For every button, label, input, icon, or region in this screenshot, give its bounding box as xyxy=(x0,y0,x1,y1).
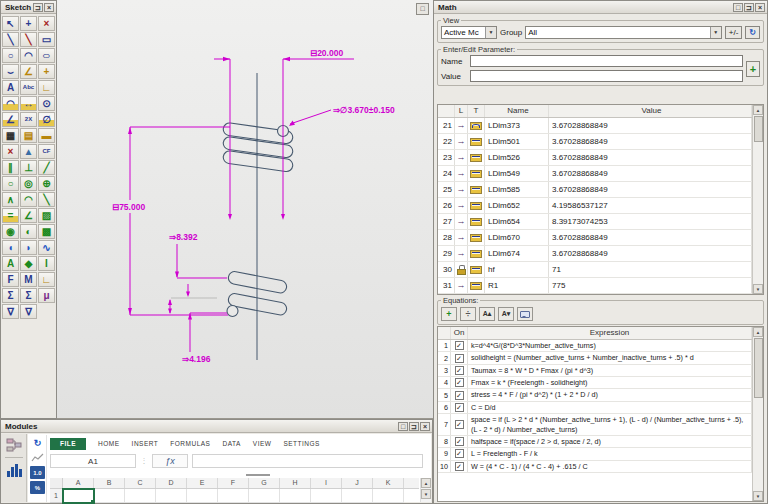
scroll-down-icon[interactable]: ▼ xyxy=(421,489,431,499)
column-header-h[interactable]: H xyxy=(280,478,311,488)
formula-bar-input[interactable] xyxy=(192,454,423,468)
add-equation-button[interactable]: + xyxy=(441,307,457,321)
tool-rectangle[interactable]: ▭ xyxy=(38,32,55,47)
equation-row[interactable]: 8✓halfspace = if(space / 2 > d, space / … xyxy=(438,436,752,448)
free-length-dimension-label[interactable]: ⊟75.000 xyxy=(112,202,145,212)
checkbox-checked-icon[interactable]: ✓ xyxy=(455,462,464,471)
sketch-titlebar[interactable]: Sketch ⊐ × xyxy=(1,1,56,14)
pitch-dimension-label[interactable]: ⇒8.392 xyxy=(169,232,198,242)
parameter-row[interactable]: 23→LDim5263.67028868849 xyxy=(438,150,752,166)
checkbox-checked-icon[interactable]: ✓ xyxy=(455,341,464,350)
sort-descending-button[interactable]: A▾ xyxy=(498,307,514,321)
parameter-value[interactable]: 3.67028868849 xyxy=(549,134,752,149)
tool-equal-dimension[interactable]: = xyxy=(2,208,19,223)
tool-centroid-property[interactable]: ◆ xyxy=(20,256,37,271)
header-l[interactable]: L xyxy=(455,105,468,117)
tool-sum-n[interactable]: Σ xyxy=(20,288,37,303)
chevron-down-icon[interactable]: ▼ xyxy=(710,27,721,38)
header-name[interactable]: Name xyxy=(485,105,549,117)
tool-cf-toggle[interactable]: CF xyxy=(38,144,55,159)
parameter-row[interactable]: 29→LDim6743.67028868849 xyxy=(438,246,752,262)
modules-titlebar[interactable]: Modules □ ⊐ × xyxy=(1,420,432,433)
chevron-down-icon[interactable]: ▼ xyxy=(485,27,496,38)
column-header-a[interactable]: A xyxy=(63,478,94,488)
cell-name-box[interactable]: A1 xyxy=(50,454,136,468)
parameter-value[interactable]: 3.67028868849 xyxy=(549,150,752,165)
half-pitch-dimension-label[interactable]: ⇒4.196 xyxy=(182,354,211,364)
equation-row[interactable]: 10✓W = (4 * C - 1) / (4 * C - 4) + .615 … xyxy=(438,461,752,473)
equation-row[interactable]: 5✓stress = 4 * F / (pi * d^2) * (1 + 2 *… xyxy=(438,389,752,401)
comment-button[interactable] xyxy=(517,307,533,321)
insert-function-icon[interactable]: ƒx xyxy=(152,454,188,468)
plus-minus-button[interactable]: +/- xyxy=(725,26,743,39)
tab-data[interactable]: DATA xyxy=(222,440,240,447)
parameter-row[interactable]: 28→LDim6703.67028868849 xyxy=(438,230,752,246)
tool-half-point[interactable]: ◐ xyxy=(20,224,37,239)
cell-c1[interactable] xyxy=(125,489,156,503)
scroll-up-icon[interactable]: ▲ xyxy=(753,327,763,337)
refresh-icon[interactable]: ↻ xyxy=(745,26,760,39)
tool-delete-constraint[interactable]: × xyxy=(2,144,19,159)
tool-slope-constraint[interactable]: ╲ xyxy=(38,192,55,207)
row-header-1[interactable]: 1 xyxy=(50,489,63,503)
scrollbar-thumb[interactable] xyxy=(754,338,763,398)
tool-line[interactable]: ╲ xyxy=(2,32,19,47)
tool-vertex-constraint[interactable]: ∧ xyxy=(2,192,19,207)
tool-gradient-move[interactable]: ∇ xyxy=(20,304,37,319)
tool-construction-point[interactable]: + xyxy=(38,64,55,79)
tool-scale-dimension[interactable]: 2X xyxy=(20,112,37,127)
close-icon[interactable]: × xyxy=(755,3,765,12)
histogram-module-icon[interactable] xyxy=(6,463,22,477)
tool-pattern-grid[interactable]: ▦ xyxy=(2,128,19,143)
parameter-value[interactable]: 4.19586537127 xyxy=(549,198,752,213)
tool-gradient-flip[interactable]: ∇ xyxy=(2,304,19,319)
wire-section-bottom[interactable] xyxy=(227,306,238,317)
close-icon[interactable]: × xyxy=(44,3,54,12)
tool-text-box[interactable]: A xyxy=(2,80,19,95)
parameter-row[interactable]: 25→LDim5853.67028868849 xyxy=(438,182,752,198)
equation-row[interactable]: 2✓solidheight = (Number_active_turns + N… xyxy=(438,352,752,364)
checkbox-checked-icon[interactable]: ✓ xyxy=(455,420,464,429)
parameter-table-scrollbar[interactable]: ▲ ▼ xyxy=(752,105,763,294)
cell-a1[interactable] xyxy=(63,489,94,503)
cell-h1[interactable] xyxy=(280,489,311,503)
number-format-icon[interactable]: 1.0 xyxy=(30,466,45,479)
group-dropdown[interactable]: All ▼ xyxy=(525,26,722,39)
scroll-down-icon[interactable]: ▼ xyxy=(753,491,763,501)
header-on[interactable]: On xyxy=(451,327,468,339)
tool-linear-dimension[interactable]: ↔ xyxy=(20,96,37,111)
parameter-value[interactable]: 71 xyxy=(549,262,752,277)
tab-settings[interactable]: SETTINGS xyxy=(283,440,320,447)
tool-tangent-circle-constraint[interactable]: ○ xyxy=(2,176,19,191)
tool-angle-dimension[interactable]: ∠ xyxy=(2,112,19,127)
tool-circle-dimension[interactable]: ⊙ xyxy=(38,96,55,111)
cell-b1[interactable] xyxy=(94,489,125,503)
sort-ascending-button[interactable]: A▴ xyxy=(479,307,495,321)
parameter-row[interactable]: 22→LDim5013.67028868849 xyxy=(438,134,752,150)
equation-row[interactable]: 3✓Taumax = 8 * W * D * Fmax / (pi * d^3) xyxy=(438,365,752,377)
tool-arc-constraint[interactable]: ◠ xyxy=(20,192,37,207)
tab-formulas[interactable]: FORMULAS xyxy=(170,440,210,447)
tool-chamfer[interactable]: ∠ xyxy=(20,64,37,79)
tool-coordinate-system[interactable]: ∟ xyxy=(38,272,55,287)
scrollbar-thumb[interactable] xyxy=(754,116,763,142)
tool-mirror[interactable]: ▲ xyxy=(20,144,37,159)
tool-ruler[interactable]: ▬ xyxy=(38,128,55,143)
parameter-value[interactable]: 3.67028868849 xyxy=(549,118,752,133)
refresh-icon[interactable]: ↻ xyxy=(30,436,45,449)
tool-select[interactable]: ↖ xyxy=(2,16,19,31)
tool-axis[interactable]: ∟ xyxy=(38,80,55,95)
tool-region-fill-left[interactable]: ◖ xyxy=(2,240,19,255)
tool-angle-constraint[interactable]: ∠ xyxy=(20,208,37,223)
tool-line-two-point[interactable]: ╲ xyxy=(20,32,37,47)
wire-diameter-dimension-label[interactable]: ⇒∅3.670±0.150 xyxy=(333,105,395,115)
close-icon[interactable]: × xyxy=(420,422,430,431)
tool-region-fill-right[interactable]: ◗ xyxy=(20,240,37,255)
checkbox-checked-icon[interactable]: ✓ xyxy=(455,366,464,375)
checkbox-checked-icon[interactable]: ✓ xyxy=(455,391,464,400)
tool-concentric-constraint[interactable]: ◎ xyxy=(20,176,37,191)
flowchart-module-icon[interactable] xyxy=(6,438,22,452)
parameter-row[interactable]: 21→LDim3733.67028868849 xyxy=(438,118,752,134)
tool-pattern-fill[interactable]: ▩ xyxy=(38,224,55,239)
tool-moment-load[interactable]: M xyxy=(20,272,37,287)
